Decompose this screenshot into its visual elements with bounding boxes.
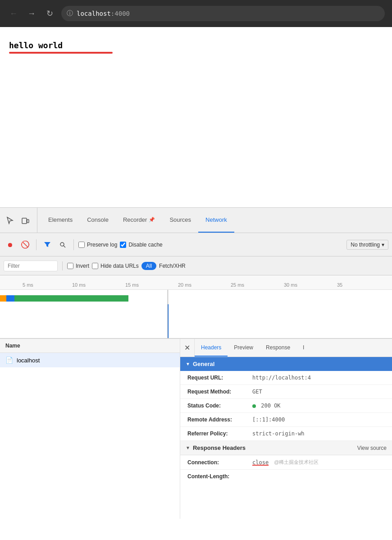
file-list-item-name: localhost [17,357,40,364]
hide-data-urls-checkbox[interactable] [92,263,98,269]
status-code-value: 200 OK [252,403,281,409]
request-method-row: Request Method: GET [180,385,392,399]
hide-data-urls-label[interactable]: Hide data URLs [92,263,139,269]
devtools-toolbar: ⏺ 🚫 Preserve log Disable cache No thrott… [0,233,392,256]
toolbar-sep-2 [73,239,74,250]
disable-cache-checkbox[interactable] [120,242,126,248]
forward-button[interactable]: → [25,7,38,20]
tick-35: 35 [337,282,342,288]
url-text: localhost:4000 [77,10,130,17]
bar-segment-blue [6,295,14,302]
disable-cache-label[interactable]: Disable cache [120,242,162,248]
detail-tabs: ✕ Headers Preview Response I [180,339,392,357]
clear-button[interactable]: 🚫 [19,238,32,251]
response-headers-title: Response Headers [193,444,246,451]
tab-console[interactable]: Console [80,208,116,233]
tick-5ms: 5 ms [23,282,33,288]
content-length-row: Content-Length: [180,469,392,483]
tick-15ms: 15 ms [125,282,139,288]
request-url-row: Request URL: http://localhost:4 [180,371,392,385]
info-icon: ⓘ [67,9,73,18]
general-title: General [193,361,214,367]
remote-address-key: Remote Address: [187,416,251,423]
connection-row: Connection: close @稀土掘金技术社区 [180,455,392,469]
search-button[interactable] [56,238,69,251]
file-document-icon: 📄 [5,357,13,364]
url-host: localhost [77,10,111,17]
svg-point-2 [60,243,64,246]
file-list: Name 📄 localhost [0,339,180,519]
tick-10ms: 10 ms [72,282,86,288]
filter-all-button[interactable]: All [141,262,156,270]
connection-key: Connection: [187,459,251,466]
connection-value: close [252,459,269,466]
browser-chrome: ← → ↻ ⓘ localhost:4000 [0,0,392,27]
toolbar-sep-1 [36,239,36,250]
tab-elements[interactable]: Elements [41,208,80,233]
request-url-key: Request URL: [187,375,251,381]
svg-line-3 [64,246,65,247]
file-list-header: Name [0,339,180,353]
filter-input[interactable] [4,261,58,271]
tab-sources[interactable]: Sources [162,208,198,233]
preserve-log-label[interactable]: Preserve log [78,242,117,248]
detail-close-button[interactable]: ✕ [180,339,195,357]
timeline-bars [0,290,392,338]
cursor-icon[interactable] [4,214,16,227]
view-source-button[interactable]: View source [357,445,387,451]
page-content: hello world [0,27,392,207]
tick-20ms: 20 ms [178,282,191,288]
file-list-item-localhost[interactable]: 📄 localhost [0,353,180,367]
timeline-dark-line [168,290,168,338]
detail-tab-headers[interactable]: Headers [195,339,228,357]
request-method-key: Request Method: [187,389,251,395]
bar-segment-green [14,295,128,302]
detail-tab-preview[interactable]: Preview [228,339,260,357]
devtools-icon-group [4,208,37,233]
invert-checkbox-label[interactable]: Invert [67,263,89,269]
tab-network[interactable]: Network [198,208,234,233]
filter-button[interactable] [41,238,54,251]
throttling-dropdown[interactable]: No throttling ▾ [346,240,388,250]
tick-25ms: 25 ms [231,282,244,288]
filter-fetch-xhr[interactable]: Fetch/XHR [159,263,186,269]
svg-rect-1 [27,220,29,223]
url-port: :4000 [111,10,130,17]
general-section-header[interactable]: ▼ General [180,357,392,371]
filter-sep-1 [62,261,63,270]
detail-tab-response[interactable]: Response [260,339,296,357]
timeline-ruler: 5 ms 10 ms 15 ms 20 ms 25 ms 30 ms 35 [0,275,392,290]
preserve-log-checkbox[interactable] [78,242,85,248]
status-code-row: Status Code: 200 OK [180,399,392,413]
hello-underline [9,52,113,54]
request-url-value: http://localhost:4 [252,375,311,381]
record-button[interactable]: ⏺ [4,238,16,251]
referrer-policy-value: strict-origin-wh [252,430,305,437]
address-bar[interactable]: ⓘ localhost:4000 [61,6,385,21]
device-icon[interactable] [19,214,32,227]
invert-checkbox[interactable] [67,263,73,269]
remote-address-value: [::1]:4000 [252,416,285,423]
tab-recorder[interactable]: Recorder 📌 [116,208,162,233]
status-code-key: Status Code: [187,403,251,409]
referrer-policy-key: Referrer Policy: [187,430,251,437]
devtools-panel: Elements Console Recorder 📌 Sources Netw… [0,207,392,519]
detail-tab-initiator[interactable]: I [296,339,310,357]
referrer-policy-row: Referrer Policy: strict-origin-wh [180,427,392,441]
timeline-area: 5 ms 10 ms 15 ms 20 ms 25 ms 30 ms 35 [0,275,392,339]
bar-segment-orange [0,295,6,302]
request-panel: Name 📄 localhost ✕ Headers Preview Respo… [0,339,392,519]
content-length-key: Content-Length: [187,473,251,480]
recorder-pin-icon: 📌 [149,217,155,223]
hello-world-text: hello world [9,41,383,54]
back-button[interactable]: ← [7,7,20,20]
devtools-tabs-bar: Elements Console Recorder 📌 Sources Netw… [0,208,392,233]
response-headers-section-header[interactable]: ▼ Response Headers View source [180,441,392,455]
tick-30ms: 30 ms [284,282,297,288]
throttling-chevron-icon: ▾ [382,242,384,248]
remote-address-row: Remote Address: [::1]:4000 [180,413,392,427]
watermark: @稀土掘金技术社区 [274,459,319,466]
reload-button[interactable]: ↻ [43,7,56,20]
network-bar [0,295,128,302]
request-method-value: GET [252,389,262,395]
